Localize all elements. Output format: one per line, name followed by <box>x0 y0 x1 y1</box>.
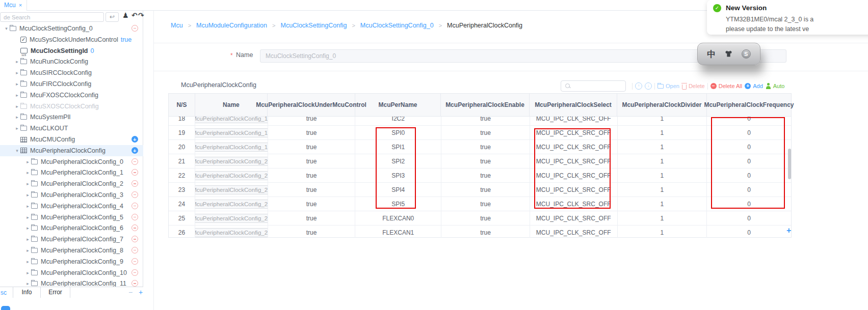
chevron-right-icon[interactable]: ▸ <box>14 111 20 123</box>
breadcrumb-link-McuModuleConfiguration[interactable]: McuModuleConfiguration <box>196 22 267 29</box>
chevron-right-icon[interactable]: ▸ <box>14 90 20 101</box>
remove-icon[interactable] <box>131 224 138 231</box>
tree-item-McuSysClockUnderMcuControl[interactable]: McuSysClockUnderMcuControltrue <box>0 34 143 45</box>
chevron-right-icon[interactable]: ▸ <box>24 178 31 189</box>
chevron-right-icon[interactable]: ▸ <box>24 267 31 278</box>
chevron-right-icon[interactable]: ▸ <box>24 245 31 256</box>
table-row-26[interactable]: 26McuPeripheralClockConfig_25trueFLEXCAN… <box>169 226 791 238</box>
tab-clipped[interactable]: sc <box>1 289 7 296</box>
tree-item-McuPeripheralClockConfig_7[interactable]: ▸McuPeripheralClockConfig_7 <box>0 234 143 245</box>
expand-panel-icon[interactable]: + <box>139 288 143 296</box>
tree-item-McuSystemPll[interactable]: ▸McuSystemPll <box>0 111 143 123</box>
close-icon[interactable]: × <box>19 2 22 8</box>
tree-item-McuPeripheralClockConfig_11[interactable]: ▸McuPeripheralClockConfig_11 <box>0 278 143 287</box>
auto-button[interactable]: Auto <box>766 83 785 89</box>
remove-icon[interactable] <box>131 158 138 165</box>
remove-icon[interactable] <box>131 214 138 220</box>
tree-item-McuPeripheralClockConfig_10[interactable]: ▸McuPeripheralClockConfig_10 <box>0 267 143 278</box>
table-row-19[interactable]: 19McuPeripheralClockConfig_18trueSPI0tru… <box>169 126 791 140</box>
redo-icon[interactable]: ↷ <box>138 11 144 19</box>
remove-icon[interactable] <box>131 203 138 209</box>
tree-item-McuPeripheralClockConfig_6[interactable]: ▸McuPeripheralClockConfig_6 <box>0 222 143 234</box>
table-row-23[interactable]: 23McuPeripheralClockConfig_22trueSPI4tru… <box>169 183 791 197</box>
undo-icon[interactable]: ↶ <box>131 11 138 19</box>
table-row-20[interactable]: 20McuPeripheralClockConfig_19trueSPI1tru… <box>169 140 791 154</box>
chevron-right-icon[interactable]: ▸ <box>24 156 31 167</box>
remove-icon[interactable] <box>131 169 138 176</box>
tree-item-McuPeripheralClockConfig_8[interactable]: ▸McuPeripheralClockConfig_8 <box>0 245 143 256</box>
tab-error[interactable]: Error <box>41 287 70 298</box>
breadcrumb-link-Mcu[interactable]: Mcu <box>171 22 183 29</box>
tree-item-McuClockSettingId[interactable]: McuClockSettingId0 <box>0 45 143 57</box>
delete-button[interactable]: Delete <box>682 83 705 90</box>
remove-icon[interactable] <box>131 180 138 187</box>
chevron-down-icon[interactable]: ▾ <box>3 23 10 34</box>
scrollbar-thumb[interactable] <box>788 149 791 179</box>
remove-icon[interactable] <box>131 258 138 265</box>
chevron-right-icon[interactable]: ▸ <box>24 167 31 178</box>
tab-mcu[interactable]: Mcu× <box>0 0 27 11</box>
chevron-right-icon[interactable]: ▸ <box>24 234 31 245</box>
table-search-input[interactable] <box>561 80 626 92</box>
user-icon[interactable]: ♟ <box>122 11 129 19</box>
chevron-right-icon[interactable]: ▸ <box>24 256 31 267</box>
chevron-right-icon[interactable]: ▸ <box>14 101 20 112</box>
tree-item-McuFIRCClockConfig[interactable]: ▸McuFIRCClockConfig <box>0 78 143 90</box>
language-toggle-button[interactable]: 中 <box>707 48 716 60</box>
name-cell-input[interactable]: McuPeripheralClockConfig_18 <box>195 128 268 137</box>
chevron-down-icon[interactable]: ▾ <box>14 145 20 156</box>
tree-item-McuPeripheralClockConfig_1[interactable]: ▸McuPeripheralClockConfig_1 <box>0 167 143 178</box>
remove-icon[interactable] <box>131 236 138 242</box>
table-corner-plus-icon[interactable]: + <box>786 226 791 235</box>
table-row-18[interactable]: 18McuPeripheralClockConfig_17trueI2C2tru… <box>169 117 791 126</box>
name-cell-input[interactable]: McuPeripheralClockConfig_25 <box>195 228 268 237</box>
table-row-21[interactable]: 21McuPeripheralClockConfig_20trueSPI2tru… <box>169 154 791 168</box>
chevron-right-icon[interactable]: ▸ <box>14 78 20 90</box>
tree-item-McuSIRCClockConfig[interactable]: ▸McuSIRCClockConfig <box>0 67 143 78</box>
tab-info[interactable]: Info <box>13 287 41 298</box>
tree-item-McuPeripheralClockConfig_5[interactable]: ▸McuPeripheralClockConfig_5 <box>0 212 143 223</box>
table-body[interactable]: 18McuPeripheralClockConfig_17trueI2C2tru… <box>169 117 791 238</box>
tree-item-McuCLKOUT[interactable]: ▸McuCLKOUT <box>0 123 143 134</box>
table-row-25[interactable]: 25McuPeripheralClockConfig_24trueFLEXCAN… <box>169 211 791 226</box>
remove-icon[interactable] <box>131 247 138 253</box>
chevron-right-icon[interactable]: ▸ <box>14 67 20 78</box>
table-row-22[interactable]: 22McuPeripheralClockConfig_21trueSPI3tru… <box>169 168 791 183</box>
name-cell-input[interactable]: McuPeripheralClockConfig_19 <box>195 143 268 152</box>
chevron-right-icon[interactable]: ▸ <box>24 189 31 201</box>
tree-item-McuFXOSCClockConfig[interactable]: ▸McuFXOSCClockConfig <box>0 90 143 101</box>
remove-icon[interactable] <box>131 191 138 198</box>
theme-shirt-icon[interactable] <box>724 50 733 58</box>
breadcrumb-link-McuClockSettingConfig_0[interactable]: McuClockSettingConfig_0 <box>360 22 434 29</box>
table-row-24[interactable]: 24McuPeripheralClockConfig_23trueSPI5tru… <box>169 197 791 211</box>
name-cell-input[interactable]: McuPeripheralClockConfig_24 <box>195 214 268 223</box>
remove-icon[interactable] <box>131 269 138 276</box>
add-button[interactable]: Add <box>745 83 763 89</box>
tree-item-McuPeripheralClockConfig[interactable]: ▾McuPeripheralClockConfig <box>0 145 143 156</box>
tree-item-McuSXOSCClockConfig[interactable]: ▸McuSXOSCClockConfig <box>0 101 143 112</box>
tree-item-McuPeripheralClockConfig_0[interactable]: ▸McuPeripheralClockConfig_0 <box>0 156 143 167</box>
breadcrumb-link-McuClockSettingConfig[interactable]: McuClockSettingConfig <box>280 22 347 29</box>
name-cell-input[interactable]: McuPeripheralClockConfig_23 <box>195 200 268 209</box>
name-cell-input[interactable]: McuPeripheralClockConfig_17 <box>195 117 268 123</box>
name-cell-input[interactable]: McuPeripheralClockConfig_22 <box>195 185 268 194</box>
collapse-panel-icon[interactable]: − <box>128 288 133 296</box>
tree-item-McuPeripheralClockConfig_3[interactable]: ▸McuPeripheralClockConfig_3 <box>0 189 143 201</box>
tree-item-McuRunClockConfig[interactable]: ▸McuRunClockConfig <box>0 56 143 67</box>
chevron-right-icon[interactable]: ▸ <box>14 56 20 67</box>
open-button[interactable]: Open <box>657 83 679 89</box>
chevron-right-icon[interactable]: ▸ <box>24 201 31 212</box>
chevron-right-icon[interactable]: ▸ <box>14 123 20 134</box>
add-icon[interactable] <box>131 136 138 143</box>
add-icon[interactable] <box>131 147 138 154</box>
refresh-icon[interactable]: ↩ <box>106 12 119 22</box>
remove-icon[interactable] <box>131 25 138 32</box>
tree-item-McuPeripheralClockConfig_2[interactable]: ▸McuPeripheralClockConfig_2 <box>0 178 143 189</box>
chevron-right-icon[interactable]: ▸ <box>24 222 31 234</box>
checkbox-icon[interactable] <box>20 37 27 43</box>
name-cell-input[interactable]: McuPeripheralClockConfig_20 <box>195 157 268 166</box>
tree-item-McuCMUConfig[interactable]: McuCMUConfig <box>0 134 143 145</box>
delete-all-button[interactable]: Delete All <box>711 83 742 89</box>
remove-icon[interactable] <box>131 280 138 287</box>
tree-item-McuPeripheralClockConfig_9[interactable]: ▸McuPeripheralClockConfig_9 <box>0 256 143 267</box>
